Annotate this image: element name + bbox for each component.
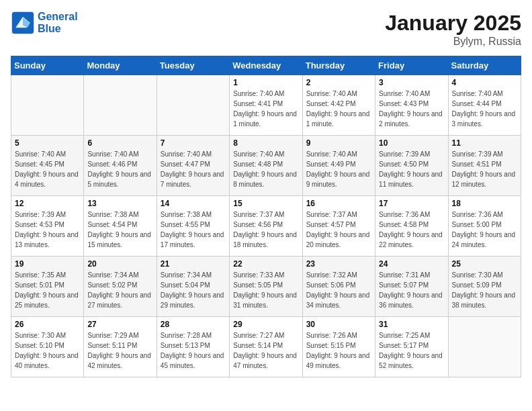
day-number: 21 [161, 259, 226, 269]
day-info: Sunrise: 7:40 AM Sunset: 4:43 PM Dayligh… [379, 89, 444, 129]
day-info: Sunrise: 7:28 AM Sunset: 5:13 PM Dayligh… [161, 330, 226, 371]
calendar-cell: 12Sunrise: 7:39 AM Sunset: 4:53 PM Dayli… [11, 196, 84, 257]
day-info: Sunrise: 7:40 AM Sunset: 4:44 PM Dayligh… [452, 89, 517, 129]
day-info: Sunrise: 7:39 AM Sunset: 4:50 PM Dayligh… [379, 149, 444, 189]
calendar-cell: 23Sunrise: 7:32 AM Sunset: 5:06 PM Dayli… [302, 257, 375, 317]
calendar-cell [11, 75, 84, 136]
weekday-header: Friday [375, 56, 448, 75]
calendar-cell: 22Sunrise: 7:33 AM Sunset: 5:05 PM Dayli… [230, 257, 302, 317]
page-header: General Blue January 2025 Bylym, Russia [11, 11, 521, 48]
day-number: 3 [379, 78, 444, 87]
calendar-table: SundayMondayTuesdayWednesdayThursdayFrid… [11, 56, 521, 377]
day-info: Sunrise: 7:30 AM Sunset: 5:10 PM Dayligh… [15, 330, 80, 371]
day-info: Sunrise: 7:36 AM Sunset: 5:00 PM Dayligh… [452, 210, 517, 250]
calendar-title: January 2025 [385, 11, 521, 36]
day-number: 5 [15, 138, 80, 148]
calendar-cell: 5Sunrise: 7:40 AM Sunset: 4:45 PM Daylig… [11, 136, 84, 196]
day-info: Sunrise: 7:40 AM Sunset: 4:42 PM Dayligh… [306, 89, 371, 129]
day-info: Sunrise: 7:33 AM Sunset: 5:05 PM Dayligh… [233, 270, 298, 310]
calendar-cell: 9Sunrise: 7:40 AM Sunset: 4:49 PM Daylig… [302, 136, 375, 196]
day-info: Sunrise: 7:40 AM Sunset: 4:48 PM Dayligh… [233, 149, 298, 189]
calendar-cell: 24Sunrise: 7:31 AM Sunset: 5:07 PM Dayli… [375, 257, 448, 317]
day-number: 9 [306, 138, 371, 148]
calendar-cell: 7Sunrise: 7:40 AM Sunset: 4:47 PM Daylig… [157, 136, 229, 196]
calendar-cell: 6Sunrise: 7:40 AM Sunset: 4:46 PM Daylig… [84, 136, 157, 196]
day-number: 11 [452, 138, 517, 148]
day-number: 4 [452, 78, 517, 87]
day-number: 23 [306, 259, 371, 269]
calendar-cell: 21Sunrise: 7:34 AM Sunset: 5:04 PM Dayli… [157, 257, 229, 317]
weekday-header: Wednesday [230, 56, 302, 75]
calendar-cell [157, 75, 229, 136]
calendar-cell: 20Sunrise: 7:34 AM Sunset: 5:02 PM Dayli… [84, 257, 157, 317]
title-block: January 2025 Bylym, Russia [385, 11, 521, 48]
calendar-cell: 4Sunrise: 7:40 AM Sunset: 4:44 PM Daylig… [448, 75, 521, 136]
calendar-cell: 1Sunrise: 7:40 AM Sunset: 4:41 PM Daylig… [230, 75, 302, 136]
calendar-cell: 8Sunrise: 7:40 AM Sunset: 4:48 PM Daylig… [230, 136, 302, 196]
day-info: Sunrise: 7:34 AM Sunset: 5:02 PM Dayligh… [87, 270, 152, 310]
day-info: Sunrise: 7:31 AM Sunset: 5:07 PM Dayligh… [379, 270, 444, 310]
day-number: 15 [233, 199, 298, 208]
day-number: 6 [87, 138, 152, 148]
day-number: 27 [87, 320, 152, 329]
day-number: 24 [379, 259, 444, 269]
weekday-header: Thursday [302, 56, 375, 75]
day-number: 20 [87, 259, 152, 269]
calendar-cell: 18Sunrise: 7:36 AM Sunset: 5:00 PM Dayli… [448, 196, 521, 257]
calendar-cell: 17Sunrise: 7:36 AM Sunset: 4:58 PM Dayli… [375, 196, 448, 257]
day-info: Sunrise: 7:29 AM Sunset: 5:11 PM Dayligh… [87, 330, 152, 371]
weekday-header: Sunday [11, 56, 84, 75]
day-number: 12 [15, 199, 80, 208]
day-info: Sunrise: 7:40 AM Sunset: 4:45 PM Dayligh… [15, 149, 80, 189]
logo-icon [11, 11, 35, 35]
day-info: Sunrise: 7:37 AM Sunset: 4:57 PM Dayligh… [306, 210, 371, 250]
day-number: 19 [15, 259, 80, 269]
calendar-cell [448, 317, 521, 377]
logo-text: General Blue [38, 11, 78, 35]
day-info: Sunrise: 7:39 AM Sunset: 4:51 PM Dayligh… [452, 149, 517, 189]
calendar-cell: 2Sunrise: 7:40 AM Sunset: 4:42 PM Daylig… [302, 75, 375, 136]
day-info: Sunrise: 7:32 AM Sunset: 5:06 PM Dayligh… [306, 270, 371, 310]
calendar-cell: 28Sunrise: 7:28 AM Sunset: 5:13 PM Dayli… [157, 317, 229, 377]
weekday-header: Saturday [448, 56, 521, 75]
day-info: Sunrise: 7:40 AM Sunset: 4:46 PM Dayligh… [87, 149, 152, 189]
day-number: 8 [233, 138, 298, 148]
calendar-cell: 11Sunrise: 7:39 AM Sunset: 4:51 PM Dayli… [448, 136, 521, 196]
day-number: 2 [306, 78, 371, 87]
calendar-cell: 19Sunrise: 7:35 AM Sunset: 5:01 PM Dayli… [11, 257, 84, 317]
day-number: 17 [379, 199, 444, 208]
day-info: Sunrise: 7:40 AM Sunset: 4:41 PM Dayligh… [233, 89, 298, 129]
day-info: Sunrise: 7:40 AM Sunset: 4:49 PM Dayligh… [306, 149, 371, 189]
calendar-cell: 30Sunrise: 7:26 AM Sunset: 5:15 PM Dayli… [302, 317, 375, 377]
day-number: 16 [306, 199, 371, 208]
day-number: 13 [87, 199, 152, 208]
calendar-cell: 16Sunrise: 7:37 AM Sunset: 4:57 PM Dayli… [302, 196, 375, 257]
day-number: 26 [15, 320, 80, 329]
day-info: Sunrise: 7:26 AM Sunset: 5:15 PM Dayligh… [306, 330, 371, 371]
day-info: Sunrise: 7:27 AM Sunset: 5:14 PM Dayligh… [233, 330, 298, 371]
day-info: Sunrise: 7:30 AM Sunset: 5:09 PM Dayligh… [452, 270, 517, 310]
day-number: 10 [379, 138, 444, 148]
day-info: Sunrise: 7:38 AM Sunset: 4:55 PM Dayligh… [161, 210, 226, 250]
weekday-header: Tuesday [157, 56, 229, 75]
day-info: Sunrise: 7:36 AM Sunset: 4:58 PM Dayligh… [379, 210, 444, 250]
calendar-cell: 27Sunrise: 7:29 AM Sunset: 5:11 PM Dayli… [84, 317, 157, 377]
day-number: 29 [233, 320, 298, 329]
calendar-cell: 29Sunrise: 7:27 AM Sunset: 5:14 PM Dayli… [230, 317, 302, 377]
calendar-subtitle: Bylym, Russia [385, 36, 521, 48]
calendar-cell: 25Sunrise: 7:30 AM Sunset: 5:09 PM Dayli… [448, 257, 521, 317]
day-number: 25 [452, 259, 517, 269]
day-number: 7 [161, 138, 226, 148]
calendar-cell: 15Sunrise: 7:37 AM Sunset: 4:56 PM Dayli… [230, 196, 302, 257]
day-info: Sunrise: 7:35 AM Sunset: 5:01 PM Dayligh… [15, 270, 80, 310]
day-number: 31 [379, 320, 444, 329]
day-info: Sunrise: 7:39 AM Sunset: 4:53 PM Dayligh… [15, 210, 80, 250]
calendar-cell: 3Sunrise: 7:40 AM Sunset: 4:43 PM Daylig… [375, 75, 448, 136]
day-number: 14 [161, 199, 226, 208]
day-number: 30 [306, 320, 371, 329]
day-number: 22 [233, 259, 298, 269]
logo: General Blue [11, 11, 78, 35]
day-info: Sunrise: 7:38 AM Sunset: 4:54 PM Dayligh… [87, 210, 152, 250]
day-number: 18 [452, 199, 517, 208]
day-info: Sunrise: 7:25 AM Sunset: 5:17 PM Dayligh… [379, 330, 444, 371]
